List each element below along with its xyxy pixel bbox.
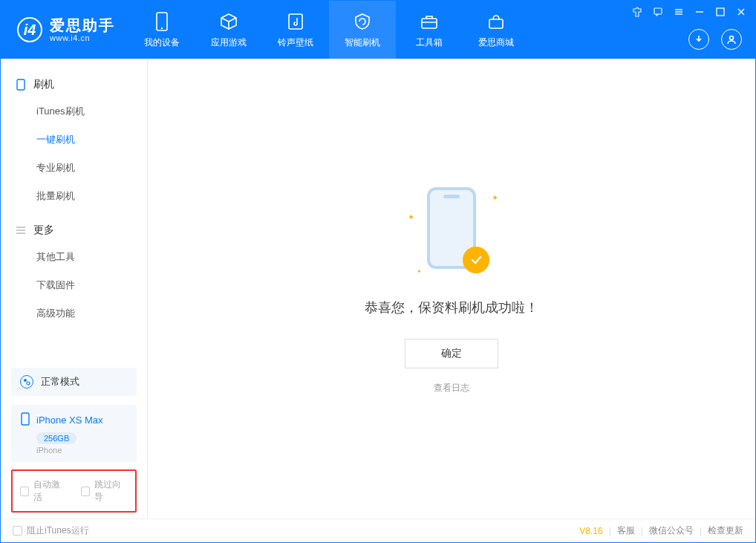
- logo-icon: i4: [17, 17, 42, 42]
- menu-icon[interactable]: [672, 5, 685, 19]
- header-actions: [688, 29, 742, 50]
- option-label: 自动激活: [33, 478, 67, 504]
- mode-icon: [20, 375, 33, 388]
- checkmark-badge-icon: [463, 247, 489, 273]
- nav-smart-flash[interactable]: 智能刷机: [329, 1, 396, 59]
- nav-apps-games[interactable]: 应用游戏: [195, 1, 262, 59]
- download-icon[interactable]: [688, 29, 709, 50]
- sidebar-item-pro-flash[interactable]: 专业刷机: [1, 154, 147, 182]
- cube-icon: [218, 11, 239, 32]
- device-icon: [151, 11, 172, 32]
- device-card[interactable]: iPhone XS Max 256GB iPhone: [11, 405, 137, 462]
- footer-block-itunes[interactable]: 阻止iTunes运行: [13, 524, 89, 537]
- nav-my-device[interactable]: 我的设备: [128, 1, 195, 59]
- nav-label: 我的设备: [144, 36, 180, 49]
- sidebar-item-batch-flash[interactable]: 批量刷机: [1, 182, 147, 210]
- nav-store[interactable]: 爱思商城: [463, 1, 529, 59]
- nav-label: 工具箱: [416, 36, 443, 49]
- mode-label: 正常模式: [41, 375, 79, 388]
- minimize-icon[interactable]: [693, 5, 706, 19]
- nav-label: 智能刷机: [345, 36, 380, 49]
- sidebar-group-more: 更多: [1, 218, 147, 243]
- footer-link-support[interactable]: 客服: [617, 524, 635, 537]
- checkbox-icon[interactable]: [81, 487, 90, 496]
- sidebar-item-other-tools[interactable]: 其他工具: [1, 243, 147, 271]
- svg-rect-5: [654, 8, 662, 14]
- sidebar-item-oneclick-flash[interactable]: 一键刷机: [1, 126, 147, 154]
- nav-ringtone-wallpaper[interactable]: 铃声壁纸: [262, 1, 329, 59]
- svg-rect-4: [489, 19, 503, 28]
- svg-rect-2: [289, 14, 302, 29]
- refresh-icon: [352, 11, 373, 32]
- svg-point-1: [161, 27, 163, 28]
- svg-point-7: [730, 36, 734, 40]
- sidebar-item-download-firmware[interactable]: 下载固件: [1, 271, 147, 299]
- phone-small-icon: [16, 79, 26, 90]
- success-message: 恭喜您，保资料刷机成功啦！: [365, 299, 538, 316]
- svg-point-10: [27, 382, 30, 385]
- top-nav: 我的设备 应用游戏 铃声壁纸 智能刷机 工具箱 爱思商城: [128, 1, 529, 59]
- option-auto-activate[interactable]: 自动激活: [20, 478, 68, 504]
- sidebar-group-title: 刷机: [33, 78, 54, 91]
- checkbox-icon[interactable]: [20, 487, 29, 496]
- app-url: www.i4.cn: [50, 33, 115, 42]
- option-skip-guide[interactable]: 跳过向导: [81, 478, 128, 504]
- store-icon: [486, 11, 506, 32]
- maximize-icon[interactable]: [714, 5, 727, 19]
- svg-point-9: [24, 379, 27, 382]
- sidebar: 刷机 iTunes刷机 一键刷机 专业刷机 批量刷机 更多 其他工具 下载固件 …: [1, 59, 148, 518]
- device-name: iPhone XS Max: [36, 414, 103, 426]
- svg-rect-3: [422, 19, 437, 28]
- list-icon: [16, 225, 26, 235]
- svg-rect-8: [17, 79, 25, 90]
- footer: 阻止iTunes运行 V8.16 | 客服 | 微信公众号 | 检查更新: [1, 518, 755, 542]
- user-icon[interactable]: [721, 29, 742, 50]
- sidebar-group-title: 更多: [33, 224, 54, 237]
- music-icon: [285, 11, 306, 32]
- logo: i4 爱思助手 www.i4.cn: [1, 1, 128, 59]
- footer-link-update[interactable]: 检查更新: [708, 524, 743, 537]
- nav-toolbox[interactable]: 工具箱: [396, 1, 463, 59]
- main-content: ✦ ✦ ✦ 恭喜您，保资料刷机成功啦！ 确定 查看日志: [148, 59, 755, 518]
- footer-checkbox-label: 阻止iTunes运行: [27, 524, 89, 537]
- success-illustration: ✦ ✦ ✦: [403, 183, 500, 279]
- svg-rect-6: [717, 8, 724, 16]
- app-window: i4 爱思助手 www.i4.cn 我的设备 应用游戏 铃声壁纸 智能刷机: [0, 0, 756, 543]
- nav-label: 铃声壁纸: [278, 36, 313, 49]
- svg-rect-11: [22, 413, 29, 425]
- nav-label: 应用游戏: [211, 36, 247, 49]
- footer-link-wechat[interactable]: 微信公众号: [649, 524, 694, 537]
- sidebar-item-advanced[interactable]: 高级功能: [1, 299, 147, 328]
- nav-label: 爱思商城: [478, 36, 514, 49]
- version-label: V8.16: [579, 526, 602, 536]
- option-label: 跳过向导: [94, 478, 128, 504]
- sidebar-group-flash: 刷机: [1, 72, 147, 97]
- checkbox-icon[interactable]: [13, 526, 22, 536]
- toolbox-icon: [419, 11, 440, 32]
- window-controls: [630, 5, 748, 19]
- header: i4 爱思助手 www.i4.cn 我的设备 应用游戏 铃声壁纸 智能刷机: [1, 1, 755, 59]
- device-type: iPhone: [36, 446, 128, 455]
- feedback-icon[interactable]: [651, 5, 665, 19]
- app-name: 爱思助手: [50, 17, 115, 33]
- options-highlight-box: 自动激活 跳过向导: [11, 469, 137, 513]
- sidebar-item-itunes-flash[interactable]: iTunes刷机: [1, 97, 147, 126]
- theme-icon[interactable]: [630, 5, 644, 19]
- mode-card[interactable]: 正常模式: [11, 368, 137, 396]
- ok-button[interactable]: 确定: [405, 339, 498, 368]
- close-icon[interactable]: [734, 5, 748, 19]
- device-small-icon: [20, 412, 30, 428]
- device-storage-badge: 256GB: [36, 432, 76, 444]
- view-log-link[interactable]: 查看日志: [434, 382, 469, 394]
